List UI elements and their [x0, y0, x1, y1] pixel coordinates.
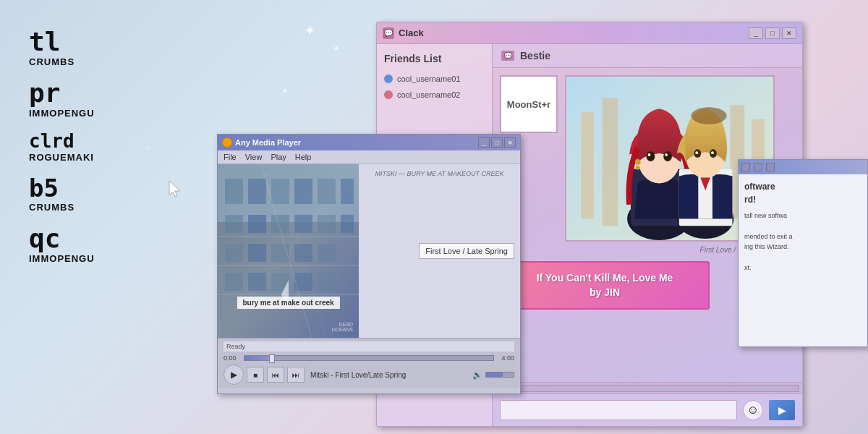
- track-name: Mitski - First Love/Late Spring: [307, 371, 469, 379]
- media-titlebar-title: Any Media Player: [235, 138, 475, 147]
- play-button[interactable]: ▶: [224, 365, 244, 385]
- chat-header: 💬 Bestie: [493, 44, 802, 68]
- media-maximize-button[interactable]: □: [491, 137, 503, 148]
- chat-input-field[interactable]: [500, 400, 737, 420]
- friend-status-dot-2: [384, 90, 393, 99]
- time-end: 4:00: [497, 354, 514, 362]
- send-button[interactable]: ▶: [769, 400, 795, 420]
- svg-point-22: [695, 151, 698, 154]
- album-art-image: bury me at make out creek DEADOCEANS: [218, 164, 359, 338]
- svg-point-9: [647, 151, 655, 161]
- album-logo: DEADOCEANS: [331, 322, 353, 332]
- chat-input-bar: ☺ ▶: [493, 393, 802, 426]
- clack-maximize-button[interactable]: □: [765, 27, 780, 39]
- menu-play[interactable]: Play: [271, 153, 286, 161]
- album-art: bury me at make out creek DEADOCEANS: [218, 164, 359, 338]
- volume-icon: 🔊: [472, 370, 482, 380]
- logo-clrd-label: ROGUEMAKI: [29, 152, 94, 163]
- friend-status-dot-1: [384, 75, 393, 83]
- svg-rect-31: [341, 179, 354, 204]
- clack-minimize-button[interactable]: _: [749, 27, 763, 39]
- media-main: bury me at make out creek DEADOCEANS MIT…: [218, 164, 520, 338]
- svg-rect-2: [581, 112, 594, 218]
- book-card-title: If You Can't Kill Me, Love Me by JIN: [513, 271, 697, 299]
- book-card: If You Can't Kill Me, Love Me by JIN: [500, 261, 710, 310]
- svg-point-12: [665, 153, 668, 156]
- menu-help[interactable]: Help: [295, 153, 312, 161]
- wizard-titlebar: [739, 160, 867, 174]
- moonstar-label: MoonSt+r: [507, 99, 550, 110]
- emoji-button[interactable]: ☺: [743, 400, 763, 420]
- wizard-close-icon: [766, 163, 775, 171]
- svg-rect-40: [318, 215, 336, 233]
- logo-pr-immopengu[interactable]: pr IMMOPENGU: [29, 80, 95, 119]
- left-sidebar: tl CRUMBS pr IMMOPENGU clrd ROGUEMAKI b5…: [29, 29, 95, 264]
- progress-bar[interactable]: [244, 355, 494, 361]
- wizard-titlebar-icon: [741, 163, 750, 171]
- logo-tl-label: CRUMBS: [29, 56, 75, 67]
- friend-name-1: cool_username01: [397, 75, 460, 83]
- time-start: 0:00: [224, 354, 241, 362]
- media-controls: Ready 0:00 4:00 ▶ ■ ⏮ ⏭ Mitski - First L…: [218, 338, 520, 388]
- logo-pr-symbol: pr: [29, 80, 60, 106]
- svg-rect-41: [341, 215, 354, 233]
- svg-rect-42: [225, 244, 243, 262]
- media-close-button[interactable]: ✕: [504, 137, 516, 148]
- wizard-body: oftware rd! tall new softwa mended to ex…: [739, 174, 867, 278]
- svg-rect-27: [248, 179, 266, 204]
- moonstar-box: MoonSt+r: [500, 75, 558, 133]
- svg-rect-43: [248, 244, 266, 262]
- svg-rect-51: [318, 273, 336, 291]
- svg-rect-3: [603, 98, 618, 226]
- chat-header-title: Bestie: [520, 50, 550, 61]
- media-player-window: Any Media Player _ □ ✕ File View Play He…: [217, 134, 521, 394]
- svg-rect-46: [318, 244, 336, 262]
- friend-item-1[interactable]: cool_username01: [384, 75, 485, 83]
- logo-clrd-roguemaki[interactable]: clrd ROGUEMAKI: [29, 132, 95, 163]
- svg-rect-47: [225, 273, 243, 291]
- next-button[interactable]: ⏭: [287, 367, 305, 383]
- menu-file[interactable]: File: [224, 153, 237, 161]
- svg-rect-39: [294, 215, 312, 233]
- svg-rect-37: [248, 215, 266, 233]
- logo-b5-symbol: b5: [29, 176, 59, 200]
- scrollbar-track[interactable]: [495, 385, 799, 392]
- media-titlebar-icon: [222, 137, 232, 148]
- cursor-icon: [168, 179, 185, 205]
- svg-point-14: [636, 166, 640, 170]
- menu-view[interactable]: View: [245, 153, 263, 161]
- volume-fill: [486, 373, 503, 377]
- svg-rect-48: [248, 273, 266, 291]
- logo-b5-label: CRUMBS: [29, 202, 75, 213]
- stop-button[interactable]: ■: [247, 367, 264, 383]
- prev-button[interactable]: ⏮: [267, 367, 284, 383]
- now-playing-label: MITSKI — BURY ME AT MAKEOUT CREEK: [365, 170, 514, 177]
- volume-slider[interactable]: [485, 372, 514, 378]
- clack-close-button[interactable]: ✕: [782, 27, 796, 39]
- logo-tl-symbol: tl: [29, 29, 60, 55]
- logo-clrd-symbol: clrd: [29, 132, 75, 150]
- media-minimize-button[interactable]: _: [478, 137, 490, 148]
- chat-header-icon: 💬: [501, 51, 514, 61]
- logo-qc-immopengu[interactable]: qc IMMOPENGU: [29, 226, 95, 264]
- svg-point-23: [711, 151, 714, 154]
- media-titlebar: Any Media Player _ □ ✕: [218, 135, 520, 150]
- wizard-body-text: tall new softwa mended to exit a ing thi…: [744, 210, 861, 273]
- logo-tl-crumbs[interactable]: tl CRUMBS: [29, 29, 95, 67]
- svg-rect-28: [271, 179, 289, 204]
- logo-b5-crumbs[interactable]: b5 CRUMBS: [29, 176, 95, 213]
- clack-titlebar-title: Clack: [399, 27, 749, 38]
- wizard-title: oftware rd!: [744, 180, 861, 206]
- friend-item-2[interactable]: cool_username02: [384, 90, 485, 99]
- svg-point-13: [635, 159, 641, 165]
- clack-titlebar: 💬 Clack _ □ ✕: [377, 22, 802, 44]
- clack-titlebar-controls: _ □ ✕: [749, 27, 796, 39]
- friend-name-2: cool_username02: [397, 90, 460, 99]
- track-info-panel: MITSKI — BURY ME AT MAKEOUT CREEK First …: [359, 164, 520, 338]
- progress-bar-container: 0:00 4:00: [224, 354, 514, 362]
- album-label: bury me at make out creek: [237, 297, 339, 309]
- media-status: Ready: [224, 341, 514, 352]
- song-title-tag: First Love / Late Spring: [419, 243, 514, 259]
- svg-rect-30: [318, 179, 336, 204]
- wizard-maximize-icon: [754, 163, 762, 171]
